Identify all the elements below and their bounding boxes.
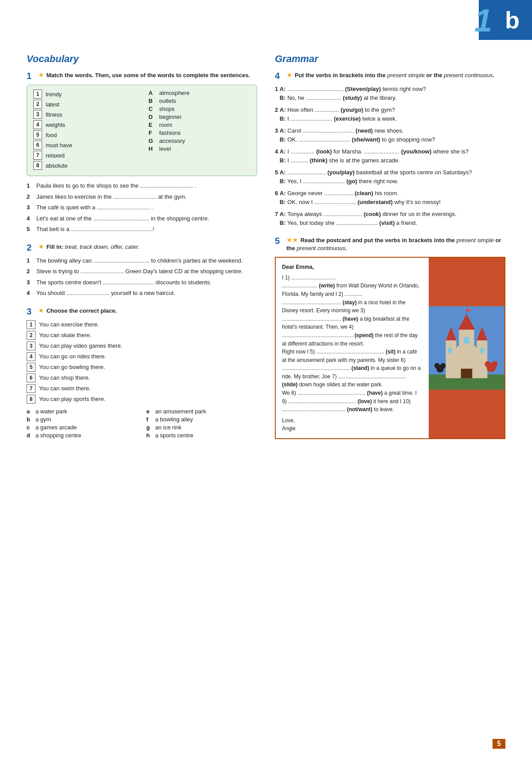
vocab-letter-E: E	[149, 122, 156, 128]
nb-text-4: You can go on rides there.	[39, 353, 106, 360]
place-a: a a water park	[27, 408, 137, 415]
speaker-B-4: B:	[280, 157, 286, 164]
exercise-1-sentences: 1 Paula likes to go to the shops to see …	[27, 181, 257, 234]
exercise-3-items: 1 You can exercise there. 2 You can skat…	[27, 320, 257, 404]
vocabulary-title: Vocabulary	[27, 53, 257, 65]
exercise-2-header: 2 ★ Fill in: treat, track down, offer, c…	[27, 243, 257, 253]
vocab-letter-G: G	[149, 137, 156, 144]
place-text-c: a games arcade	[35, 424, 77, 431]
sent-num-3: 3	[27, 203, 33, 212]
nb-row-3: 3 You can play video games there.	[27, 342, 257, 350]
speaker-A-5: A:	[280, 169, 287, 176]
vocab-match-word-B: outlets	[159, 98, 176, 104]
ex2-sent-num-4: 4	[27, 289, 33, 298]
speaker-A-3: A:	[280, 127, 287, 134]
nb-text-2: You can skate there.	[39, 332, 91, 338]
place-g: g an ice rink	[146, 424, 257, 431]
place-b: b a gym	[27, 416, 137, 423]
verb-4B: (think)	[310, 157, 328, 164]
grammar-dialogue-4: 4 A: I ............... (look) for Marsha…	[275, 147, 505, 165]
sent-text-1: Paula likes to go to the shops to see th…	[36, 181, 196, 190]
nb-text-5: You can go bowling there.	[39, 364, 105, 370]
corner-decoration: 1 b	[461, 0, 532, 53]
svg-point-22	[492, 361, 498, 368]
exercise-2-star: ★	[38, 243, 44, 250]
exercise-2-instruction: Fill in: treat, track down, offer, cater…	[47, 244, 140, 250]
page-unit-number: 1	[474, 4, 492, 36]
vocab-letter-H: H	[149, 145, 156, 152]
vocab-box-4: 4	[33, 120, 42, 129]
exercise-5-header: 5 ★★ Read the postcard and put the verbs…	[275, 236, 505, 252]
vocab-word-6: must have	[46, 142, 72, 149]
ex2-sent-num-2: 2	[27, 267, 33, 276]
svg-rect-14	[464, 337, 470, 344]
speaker-B-3: B:	[280, 136, 286, 143]
vocab-letter-B: B	[149, 98, 156, 104]
exercise-2-num: 2	[27, 243, 35, 253]
vocab-match-C: C shops	[149, 106, 250, 112]
vocab-match-A: A atmosphere	[149, 90, 250, 96]
nb-box-3: 3	[27, 342, 35, 350]
vocab-row-8: 8 absolute	[33, 161, 135, 170]
svg-point-18	[434, 363, 440, 369]
ex2-sent-num-3: 3	[27, 278, 33, 287]
exercise-3-star: ★	[38, 306, 44, 314]
postcard-closing: Love,Angie	[282, 416, 422, 433]
nb-row-2: 2 You can skate there.	[27, 331, 257, 340]
dialogue-num-4: 4	[275, 148, 278, 155]
postcard-image	[429, 258, 505, 438]
nb-box-5: 5	[27, 363, 35, 372]
dialogue-num-2: 2	[275, 106, 278, 113]
verb-6B: (understand)	[357, 199, 392, 205]
page-number: 5	[493, 739, 505, 749]
vocab-match-word-G: accessory	[159, 137, 185, 144]
place-text-g: an ice rink	[155, 424, 181, 431]
place-d: d a shopping centre	[27, 432, 137, 439]
vocabulary-section: Vocabulary 1 ★ Match the words. Then, us…	[27, 53, 257, 448]
svg-rect-16	[480, 348, 484, 354]
exercise-4-header: 4 ★ Put the verbs in brackets into the p…	[275, 71, 505, 81]
dialogue-num-6: 6	[275, 190, 278, 196]
place-letter-e: e	[146, 408, 153, 415]
vocab-match-word-H: level	[159, 145, 171, 152]
vocab-row-7: 7 relaxed	[33, 151, 135, 160]
nb-text-6: You can shop there.	[39, 374, 90, 381]
grammar-section: Grammar 4 ★ Put the verbs in brackets in…	[275, 53, 505, 448]
exercise-1-star: ★	[38, 71, 44, 79]
verb-7A: (cook)	[364, 211, 381, 217]
vocab-word-5: food	[46, 132, 57, 138]
svg-point-21	[485, 361, 491, 368]
verb-5B: (go)	[346, 178, 357, 185]
svg-rect-15	[448, 348, 452, 354]
places-list: a a water park e an amusement park b a g…	[27, 408, 257, 439]
svg-rect-11	[457, 346, 461, 350]
place-text-h: a sports centre	[155, 432, 193, 439]
vocab-box-7: 7	[33, 151, 42, 160]
nb-box-8: 8	[27, 395, 35, 404]
speaker-B-6: B:	[280, 199, 286, 205]
vocab-row-5: 5 food	[33, 130, 135, 139]
exercise-1-num: 1	[27, 71, 35, 81]
nb-row-1: 1 You can exercise there.	[27, 320, 257, 329]
exercise-1-instruction: Match the words. Then, use some of the w…	[47, 72, 250, 79]
speaker-B-2: B:	[280, 115, 286, 122]
postcard-body: I 1) .............................. ....…	[282, 274, 422, 414]
nb-row-5: 5 You can go bowling there.	[27, 363, 257, 372]
exercise-5-stars: ★★	[286, 236, 298, 244]
postcard-text: Dear Emma, I 1) ........................…	[276, 258, 429, 438]
place-letter-d: d	[27, 432, 33, 439]
place-text-d: a shopping centre	[35, 432, 81, 439]
vocab-box-6: 6	[33, 141, 42, 149]
speaker-A-4: A:	[280, 148, 287, 155]
nb-row-8: 8 You can play sports there.	[27, 395, 257, 404]
exercise-5: 5 ★★ Read the postcard and put the verbs…	[275, 236, 505, 439]
sent-num-1: 1	[27, 181, 33, 190]
verb-7B: (visit)	[379, 220, 395, 226]
verb-2B: (exercise)	[334, 115, 361, 122]
nb-box-6: 6	[27, 373, 35, 382]
exercise-2-sentences: 1 The bowling alley can ................…	[27, 256, 257, 298]
vocab-match-D: D beginner	[149, 114, 250, 120]
verb-6A: (clean)	[355, 190, 373, 196]
place-h: h a sports centre	[146, 432, 257, 439]
exercise-2: 2 ★ Fill in: treat, track down, offer, c…	[27, 243, 257, 298]
